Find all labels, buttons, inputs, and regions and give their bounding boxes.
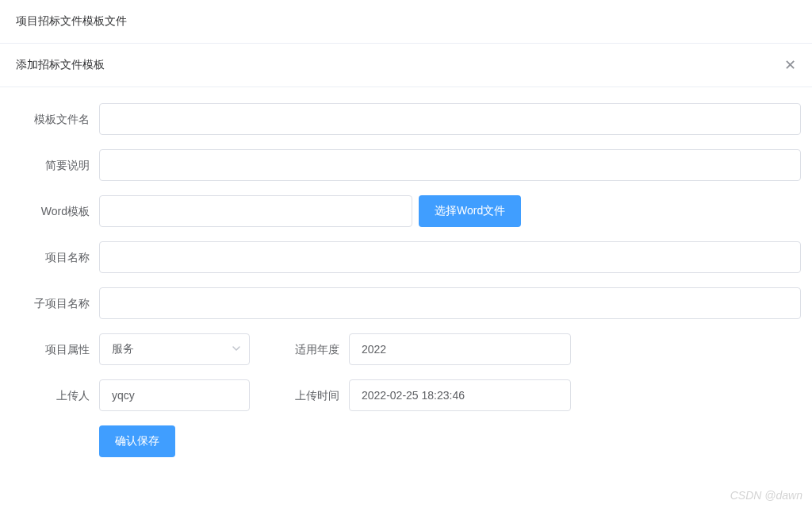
row-uploader-time: 上传人 上传时间 xyxy=(12,379,800,411)
row-word-template: Word模板 选择Word文件 xyxy=(12,195,800,227)
select-project-attr[interactable]: 服务 xyxy=(99,333,250,365)
form: 模板文件名 简要说明 Word模板 选择Word文件 项目名称 子项目名称 项目… xyxy=(0,87,812,473)
row-submit: 确认保存 xyxy=(12,425,800,457)
modal-header: 添加招标文件模板 ✕ xyxy=(0,44,812,87)
input-project-name[interactable] xyxy=(99,241,801,273)
label-uploader: 上传人 xyxy=(12,379,99,411)
row-template-filename: 模板文件名 xyxy=(12,103,800,135)
close-icon[interactable]: ✕ xyxy=(784,58,796,72)
label-brief-desc: 简要说明 xyxy=(12,149,99,181)
submit-button[interactable]: 确认保存 xyxy=(99,425,175,457)
label-word-template: Word模板 xyxy=(12,195,99,227)
input-brief-desc[interactable] xyxy=(99,149,801,181)
label-sub-project-name: 子项目名称 xyxy=(12,287,99,319)
input-uploader[interactable] xyxy=(99,379,250,411)
label-upload-time: 上传时间 xyxy=(282,379,349,411)
input-year[interactable] xyxy=(349,333,571,365)
row-project-name: 项目名称 xyxy=(12,241,800,273)
page-title: 项目招标文件模板文件 xyxy=(0,0,812,44)
row-attr-year: 项目属性 服务 适用年度 xyxy=(12,333,800,365)
watermark: CSDN @dawn xyxy=(730,489,802,502)
input-upload-time[interactable] xyxy=(349,379,571,411)
row-sub-project-name: 子项目名称 xyxy=(12,287,800,319)
label-project-name: 项目名称 xyxy=(12,241,99,273)
input-template-filename[interactable] xyxy=(99,103,801,135)
pick-word-file-button[interactable]: 选择Word文件 xyxy=(419,195,521,227)
input-word-template[interactable] xyxy=(99,195,412,227)
label-year: 适用年度 xyxy=(282,333,349,365)
label-template-filename: 模板文件名 xyxy=(12,103,99,135)
row-brief-desc: 简要说明 xyxy=(12,149,800,181)
modal-title: 添加招标文件模板 xyxy=(16,58,105,72)
select-project-attr-value: 服务 xyxy=(112,342,134,356)
input-sub-project-name[interactable] xyxy=(99,287,801,319)
chevron-down-icon xyxy=(232,343,241,356)
label-project-attr: 项目属性 xyxy=(12,333,99,365)
